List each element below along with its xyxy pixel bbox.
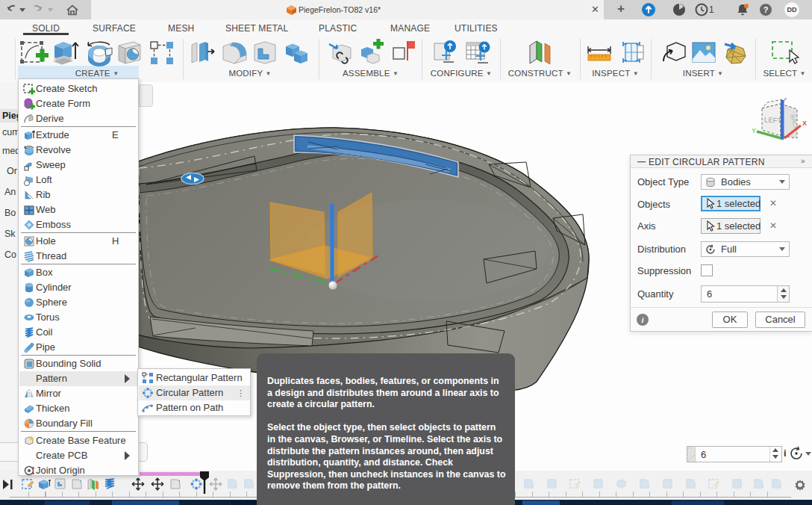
svg-text:X: X [802, 120, 807, 127]
svg-text:?: ? [763, 5, 769, 14]
svg-text:Y: Y [752, 127, 756, 134]
svg-text:LEFT: LEFT [764, 116, 782, 125]
